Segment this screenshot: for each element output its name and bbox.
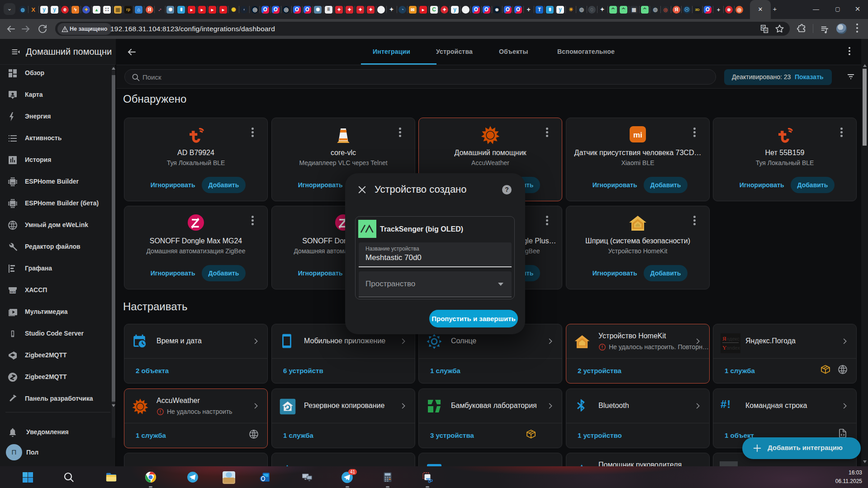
svg-text:mi: mi — [633, 131, 642, 139]
svg-text:ндекс: ндекс — [726, 336, 740, 341]
svg-text:я: я — [765, 28, 767, 33]
svg-text:HACS: HACS — [10, 291, 16, 293]
svg-text:andex: andex — [726, 345, 740, 351]
svg-text:Я: Я — [722, 335, 726, 342]
